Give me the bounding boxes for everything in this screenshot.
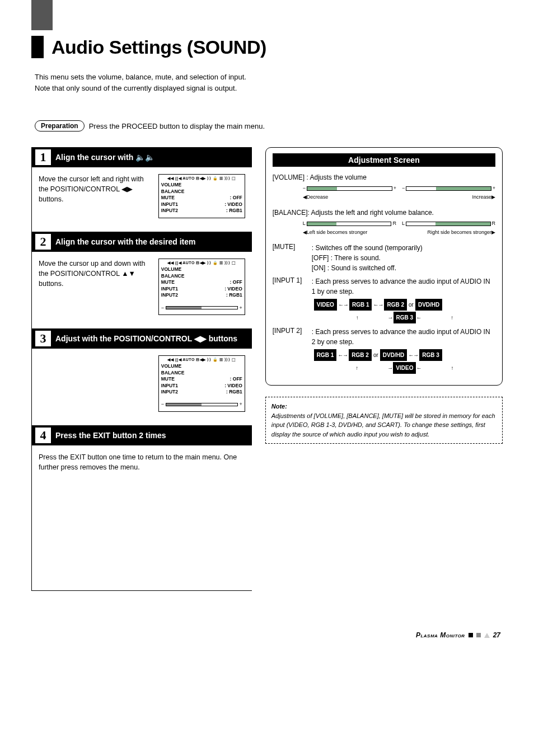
- page-footer: Plasma Monitor 27: [31, 631, 500, 639]
- steps-column: 1 Align the cursor with 🔈🔈 Move the curs…: [31, 147, 252, 591]
- step2-title: Align the cursor with the desired item: [55, 237, 195, 246]
- footer-brand: Plasma Monitor: [416, 631, 465, 639]
- tag-rgb3: RGB 3: [419, 349, 442, 361]
- preparation-row: Preparation Press the PROCEED button to …: [35, 120, 503, 132]
- step2-text: Move the cursor up and down with the POS…: [39, 259, 149, 315]
- tag-video: VIDEO: [314, 299, 337, 311]
- tag-rgb2: RGB 2: [384, 299, 407, 311]
- osd-input1-label: INPUT1: [161, 286, 178, 292]
- osd-input1-label: INPUT1: [161, 383, 178, 389]
- adjustment-column: Adjustment Screen [VOLUME] : Adjusts the…: [265, 147, 503, 591]
- tag-video: VIDEO: [393, 362, 416, 374]
- volume-bar-right: −+: [402, 185, 495, 192]
- speaker-icon: 🔈🔈: [135, 153, 154, 162]
- osd-screenshot-2: ◀◀ ((◀ AUTO ⊟◀▶ ⟩⟩ 🔒 ☰ ⟩⟩⟩ ⬚ VOLUME BALA…: [158, 259, 245, 315]
- step1-header: 1 Align the cursor with 🔈🔈: [32, 147, 252, 167]
- osd-mute-value: : OFF: [230, 195, 242, 201]
- step1-title-pre: Align the cursor with: [55, 153, 135, 162]
- mute-line3: [ON] : Sound is switched off.: [312, 264, 396, 272]
- intro-line2: Note that only sound of the currently di…: [35, 84, 237, 92]
- square-icon: [476, 633, 481, 637]
- osd-mute-label: MUTE: [161, 376, 175, 382]
- step2-number: 2: [35, 234, 51, 250]
- step4-header: 4 Press the EXIT button 2 times: [32, 425, 252, 445]
- step4-text: Press the EXIT button one time to return…: [32, 452, 252, 591]
- tag-dvdhd: DVD/HD: [415, 299, 442, 311]
- mute-line2: [OFF] : There is sound.: [312, 254, 381, 262]
- or-text: or: [373, 352, 378, 358]
- input1-desc: : Each press serves to advance the audio…: [312, 278, 490, 295]
- osd-screenshot-3: ◀◀ ((◀ AUTO ⊟◀▶ ⟩⟩ 🔒 ☰ ⟩⟩⟩ ⬚ VOLUME BALA…: [158, 355, 245, 412]
- step4-title: Press the EXIT button 2 times: [55, 431, 166, 440]
- balance-label: [BALANCE]: Adjusts the left and right vo…: [273, 208, 495, 218]
- tag-rgb3: RGB 3: [394, 312, 416, 323]
- step4-number: 4: [35, 428, 51, 443]
- osd-mute-value: : OFF: [230, 376, 242, 382]
- osd-input1-value: : VIDEO: [224, 286, 242, 292]
- tag-rgb2: RGB 2: [349, 349, 372, 361]
- volume-label: [VOLUME] : Adjusts the volume: [273, 172, 495, 182]
- preparation-badge: Preparation: [35, 120, 85, 132]
- step3-text: [39, 355, 149, 412]
- step3-header: 3 Adjust with the POSITION/CONTROL ◀▶ bu…: [32, 328, 252, 349]
- tag-dvdhd: DVD/HD: [380, 349, 407, 361]
- input2-key: [INPUT 2]: [273, 327, 307, 374]
- tag-rgb1: RGB 1: [314, 349, 337, 361]
- triangle-icon: [484, 633, 490, 638]
- adjustment-title: Adjustment Screen: [273, 153, 495, 167]
- adjustment-panel: Adjustment Screen [VOLUME] : Adjusts the…: [265, 147, 503, 386]
- page-tab-decoration: [31, 0, 53, 30]
- input1-flow: VIDEO←→RGB 1←→RGB 2orDVD/HD ↑ →RGB 3← ↑: [314, 299, 495, 323]
- note-body: Adjustments of [VOLUME], [BALANCE], [MUT…: [271, 412, 495, 438]
- osd-input2-value: : RGB1: [226, 208, 242, 214]
- note-title: Note:: [271, 403, 287, 410]
- input1-key: [INPUT 1]: [273, 276, 307, 323]
- mute-line1: : Switches off the sound (temporarily): [312, 244, 423, 252]
- osd-input2-label: INPUT2: [161, 389, 178, 395]
- step1-text: Move the cursor left and right with the …: [39, 174, 149, 218]
- or-text: or: [409, 302, 414, 308]
- volume-bar-left: −+: [303, 185, 396, 192]
- preparation-text: Press the PROCEED button to display the …: [89, 122, 265, 130]
- volume-decrease: ◀Decrease: [303, 194, 396, 201]
- osd-input2-value: : RGB1: [226, 389, 242, 395]
- osd-input2-label: INPUT2: [161, 208, 178, 214]
- step2-header: 2 Align the cursor with the desired item: [32, 232, 252, 252]
- balance-right-sub: Right side becomes stronger▶: [402, 229, 495, 237]
- volume-increase: Increase▶: [402, 194, 495, 201]
- osd-balance-label: BALANCE: [161, 273, 185, 279]
- note-box: Note: Adjustments of [VOLUME], [BALANCE]…: [265, 397, 503, 444]
- osd-input2-label: INPUT2: [161, 292, 178, 298]
- intro-paragraph: This menu sets the volume, balance, mute…: [35, 72, 503, 93]
- balance-bar-left: LR: [303, 220, 396, 228]
- square-icon: [469, 633, 473, 637]
- osd-input1-value: : VIDEO: [224, 201, 242, 208]
- osd-input1-value: : VIDEO: [224, 383, 242, 389]
- balance-left-sub: ◀Left side becomes stronger: [303, 229, 396, 237]
- osd-balance-label: BALANCE: [161, 370, 185, 376]
- osd-balance-label: BALANCE: [161, 189, 185, 195]
- osd-input2-value: : RGB1: [226, 292, 242, 298]
- osd-icon-strip: ◀◀ ((◀ AUTO ⊟◀▶ ⟩⟩ 🔒 ☰ ⟩⟩⟩ ⬚: [161, 357, 242, 362]
- step3-title: Adjust with the POSITION/CONTROL ◀▶ butt…: [55, 334, 237, 343]
- tag-rgb1: RGB 1: [349, 299, 372, 311]
- mute-key: [MUTE]: [273, 243, 307, 273]
- footer-page-number: 27: [493, 631, 500, 639]
- page-title: Audio Settings (SOUND): [51, 36, 266, 58]
- input2-desc: : Each press serves to advance the audio…: [312, 328, 490, 346]
- balance-bar-right: LR: [402, 220, 495, 228]
- osd-mute-value: : OFF: [230, 279, 242, 285]
- osd-volume-label: VOLUME: [161, 182, 181, 188]
- input2-flow: RGB 1←→RGB 2orDVD/HD←→RGB 3 ↑ →VIDEO← ↑: [314, 349, 495, 374]
- osd-icon-strip: ◀◀ ((◀ AUTO ⊟◀▶ ⟩⟩ 🔒 ☰ ⟩⟩⟩ ⬚: [161, 176, 242, 181]
- step3-number: 3: [35, 331, 51, 346]
- title-block-decoration: [31, 36, 44, 58]
- osd-slider: −+: [161, 304, 242, 311]
- osd-icon-strip: ◀◀ ((◀ AUTO ⊟◀▶ ⟩⟩ 🔒 ☰ ⟩⟩⟩ ⬚: [161, 260, 242, 265]
- osd-volume-label: VOLUME: [161, 363, 181, 369]
- osd-slider: −+: [161, 401, 242, 407]
- osd-volume-label: VOLUME: [161, 266, 181, 273]
- intro-line1: This menu sets the volume, balance, mute…: [35, 73, 246, 81]
- osd-mute-label: MUTE: [161, 279, 175, 285]
- page-title-row: Audio Settings (SOUND): [31, 36, 503, 58]
